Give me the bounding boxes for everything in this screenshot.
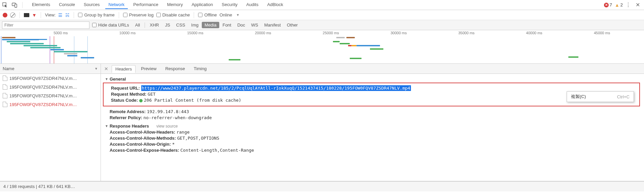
request-url-label: Request URL: xyxy=(111,86,140,91)
request-list-item[interactable]: 195FOW0FQV87ZSDR47NLV.m… xyxy=(0,100,101,109)
disable-cache-checkbox[interactable]: Disable cache xyxy=(156,12,190,17)
timeline-tick: 45000 ms xyxy=(594,31,610,35)
network-toolbar: ▼ View: ☰ ☵ Group by frame Preserve log … xyxy=(0,10,644,20)
throttling-value: Online xyxy=(220,12,232,17)
header-key: Access-Control-Expose-Headers: xyxy=(110,148,179,153)
request-url-value[interactable]: https://www2437.playercdn.net/185/2/Pcql… xyxy=(141,85,411,91)
file-icon xyxy=(3,93,7,98)
tab-performance[interactable]: Performance xyxy=(130,1,161,9)
status-code-value: 206 Partial Content (from disk cache) xyxy=(144,98,241,103)
timeline-tick: 15000 ms xyxy=(187,31,203,35)
header-key: Access-Control-Allow-Headers: xyxy=(110,130,175,135)
header-value: Content-Length,Content-Range xyxy=(180,148,254,153)
tab-audits[interactable]: Audits xyxy=(243,1,262,9)
request-name: 195FOW0FQV87ZSDR47NLV.m… xyxy=(9,76,77,81)
hide-data-urls-checkbox[interactable]: Hide data URLs xyxy=(92,22,129,28)
tab-adblock[interactable]: AdBlock xyxy=(264,1,287,9)
warning-count: 2 xyxy=(620,2,623,7)
detail-body[interactable]: ▼General Request URL: https://www2437.pl… xyxy=(101,74,644,181)
panel-tabs: Elements Console Sources Network Perform… xyxy=(29,1,287,9)
view-label: View: xyxy=(45,12,56,17)
referrer-policy-label: Referrer Policy: xyxy=(110,115,142,120)
type-filter-css[interactable]: CSS xyxy=(174,22,188,28)
inspect-icon[interactable] xyxy=(2,2,8,8)
type-filter-doc[interactable]: Doc xyxy=(235,22,248,28)
error-count-badge[interactable]: ✕7 xyxy=(604,2,612,7)
filter-input[interactable] xyxy=(2,21,89,29)
throttling-select[interactable]: Online▼ xyxy=(220,12,239,17)
section-response-headers-title: Response Headers xyxy=(110,124,149,129)
type-filter-group: All XHR JS CSS Img Media Font Doc WS Man… xyxy=(132,22,301,28)
hide-data-urls-label: Hide data URLs xyxy=(98,22,129,28)
view-source-link[interactable]: view source xyxy=(156,124,178,129)
context-menu: 複製(C) Ctrl+C xyxy=(567,91,634,102)
type-filter-xhr[interactable]: XHR xyxy=(147,22,161,28)
context-menu-copy-shortcut: Ctrl+C xyxy=(617,94,630,99)
section-general-title: General xyxy=(110,77,126,82)
type-filter-other[interactable]: Other xyxy=(284,22,301,28)
request-list-item[interactable]: 195FOW0FQV87ZSDR47NLV.m… xyxy=(0,74,101,83)
type-filter-ws[interactable]: WS xyxy=(249,22,261,28)
clear-button[interactable] xyxy=(10,12,15,18)
section-response-headers[interactable]: ▼Response Headersview source xyxy=(105,124,640,129)
tab-security[interactable]: Security xyxy=(218,1,241,9)
remote-address-value: 192.99.147.8:443 xyxy=(147,109,189,114)
request-list-panel: Name ▼ 195FOW0FQV87ZSDR47NLV.m…195FOW0FQ… xyxy=(0,64,101,181)
section-general[interactable]: ▼General xyxy=(105,77,640,82)
status-code-label: Status Code: xyxy=(111,98,138,103)
main-tabs-bar: Elements Console Sources Network Perform… xyxy=(0,0,644,10)
capture-screenshots-icon[interactable] xyxy=(24,13,29,17)
warning-count-badge[interactable]: ▲2 xyxy=(615,2,623,8)
close-panel-icon[interactable]: ✕ xyxy=(103,66,110,71)
overflow-menu-icon[interactable]: ⋮ xyxy=(626,2,631,8)
chevron-down-icon: ▼ xyxy=(236,13,239,17)
dtab-headers[interactable]: Headers xyxy=(112,65,136,73)
large-rows-icon[interactable]: ☰ xyxy=(58,12,63,18)
type-filter-media[interactable]: Media xyxy=(202,22,219,28)
tab-application[interactable]: Application xyxy=(188,1,217,9)
timeline-tick: 10000 ms xyxy=(119,31,136,35)
file-icon xyxy=(3,76,7,81)
group-by-frame-checkbox[interactable]: Group by frame xyxy=(78,12,114,17)
request-method-label: Request Method: xyxy=(111,92,146,97)
type-filter-img[interactable]: Img xyxy=(189,22,201,28)
tab-elements[interactable]: Elements xyxy=(29,1,53,9)
offline-checkbox[interactable]: Offline xyxy=(198,12,217,17)
status-dot-icon xyxy=(139,99,143,102)
record-button[interactable] xyxy=(3,13,7,17)
type-filter-manifest[interactable]: Manifest xyxy=(262,22,283,28)
device-toggle-icon[interactable] xyxy=(11,2,17,8)
type-filter-all[interactable]: All xyxy=(132,22,143,28)
timeline-tick: 20000 ms xyxy=(255,31,271,35)
request-name: 195FOW0FQV87ZSDR47NLV.m… xyxy=(9,102,77,107)
timeline-tick: 25000 ms xyxy=(323,31,339,35)
dtab-response[interactable]: Response xyxy=(162,65,188,72)
timeline-tick: 40000 ms xyxy=(526,31,542,35)
remote-address-label: Remote Address: xyxy=(110,109,146,114)
tab-memory[interactable]: Memory xyxy=(164,1,186,9)
request-list[interactable]: 195FOW0FQV87ZSDR47NLV.m…195FOW0FQV87ZSDR… xyxy=(0,74,101,181)
dtab-preview[interactable]: Preview xyxy=(138,65,160,72)
waterfall-icon[interactable]: ☵ xyxy=(65,12,70,18)
context-menu-copy[interactable]: 複製(C) Ctrl+C xyxy=(567,92,634,102)
name-column-header[interactable]: Name ▼ xyxy=(0,64,101,74)
header-value: * xyxy=(172,142,175,147)
type-filter-js[interactable]: JS xyxy=(162,22,173,28)
request-list-item[interactable]: 195FOW0FQV87ZSDR47NLV.m… xyxy=(0,83,101,91)
tab-sources[interactable]: Sources xyxy=(80,1,103,9)
response-header-row: Access-Control-Expose-Headers: Content-L… xyxy=(110,148,640,153)
filter-toggle-icon[interactable]: ▼ xyxy=(32,12,37,18)
request-list-item[interactable]: 195FOW0FQV87ZSDR47NLV.m… xyxy=(0,91,101,100)
timeline-overview[interactable]: 5000 ms10000 ms15000 ms20000 ms25000 ms3… xyxy=(0,30,644,64)
type-filter-font[interactable]: Font xyxy=(220,22,234,28)
detail-tabs: ✕ Headers Preview Response Timing xyxy=(101,64,644,74)
offline-label: Offline xyxy=(204,12,217,17)
preserve-log-checkbox[interactable]: Preserve log xyxy=(123,12,154,17)
header-key: Access-Control-Allow-Origin: xyxy=(110,142,171,147)
response-header-row: Access-Control-Allow-Origin: * xyxy=(110,142,640,147)
close-devtools-icon[interactable]: ✕ xyxy=(634,2,642,8)
timeline-tick: 30000 ms xyxy=(390,31,407,35)
tab-network[interactable]: Network xyxy=(105,1,128,9)
tab-console[interactable]: Console xyxy=(55,1,78,9)
dtab-timing[interactable]: Timing xyxy=(190,65,210,72)
